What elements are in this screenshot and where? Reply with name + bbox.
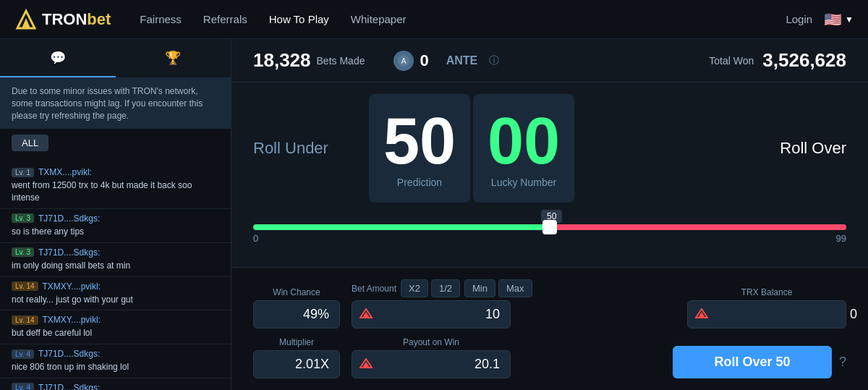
win-chance-label: Win Chance xyxy=(253,287,340,297)
bet-amount-label: Bet Amount xyxy=(352,284,396,294)
roll-btn-area: Roll Over 50 ? xyxy=(673,346,846,378)
payout-input-wrapper xyxy=(352,350,511,378)
nav-links: Fairness Referrals How To Play Whitepape… xyxy=(140,13,786,25)
svg-text:A: A xyxy=(401,57,407,65)
multiplier-input[interactable] xyxy=(253,350,340,378)
bet-input-wrapper xyxy=(352,300,511,328)
level-badge: Lv. 3 xyxy=(12,213,34,223)
total-won-label: Total Won xyxy=(709,55,754,67)
trx-balance-group: TRX Balance xyxy=(687,287,846,328)
bottom-controls: Win Chance Bet Amount X2 1/2 Min Max xyxy=(231,267,868,390)
logo-tron: TRON xyxy=(42,10,87,29)
chat-username: TXMX....pvikl: xyxy=(38,167,92,177)
language-selector[interactable]: 🇺🇸 ▼ xyxy=(824,11,854,28)
chat-text: not really... just go with your gut xyxy=(12,294,219,306)
list-item: Lv. 1 TXMX....pvikl: went from 12500 trx… xyxy=(0,163,231,209)
trx-balance-label: TRX Balance xyxy=(687,287,846,297)
chat-text: nice 806 tron up im shaking lol xyxy=(12,361,219,373)
chat-username: TJ71D....Sdkgs: xyxy=(38,349,100,359)
slider-min-label: 0 xyxy=(253,233,258,244)
chevron-down-icon: ▼ xyxy=(845,14,854,25)
level-badge: Lv. 3 xyxy=(12,247,34,257)
chat-text: went from 12500 trx to 4k but made it ba… xyxy=(12,179,219,204)
trx-balance-wrapper xyxy=(687,300,846,328)
chat-text: so is there any tips xyxy=(12,226,219,238)
chat-username: TJ71D....Sdkgs: xyxy=(38,383,100,390)
stats-bar: 18,328 Bets Made A 0 ANTE ⓘ Total Won 3,… xyxy=(231,39,868,82)
flag-icon: 🇺🇸 xyxy=(824,11,842,28)
level-badge: Lv. 1 xyxy=(12,168,34,177)
level-badge: Lv. 4 xyxy=(12,349,34,359)
min-button[interactable]: Min xyxy=(464,279,495,297)
tronbet-logo-icon xyxy=(14,8,38,31)
list-item: Lv. 14 TXMXY....pvikl: but deff be caref… xyxy=(0,310,231,344)
trx-balance-icon xyxy=(688,308,708,321)
list-item: Lv. 3 TJ71D....Sdkgs: im only doing smal… xyxy=(0,243,231,277)
lucky-number-box: 00 Lucky Number xyxy=(473,94,574,203)
login-button[interactable]: Login xyxy=(786,13,812,25)
prediction-label: Prediction xyxy=(397,177,442,188)
trx-balance-input[interactable] xyxy=(708,301,867,328)
logo-bet: bet xyxy=(87,10,111,29)
slider-thumb[interactable] xyxy=(542,220,557,234)
max-button[interactable]: Max xyxy=(498,279,532,297)
bet-trx-icon xyxy=(352,308,373,321)
prediction-box: 50 Prediction xyxy=(369,94,470,203)
roll-under-label: Roll Under xyxy=(253,139,369,158)
all-button[interactable]: ALL xyxy=(12,135,48,151)
total-won-value: 3,526,628 xyxy=(762,49,846,72)
chat-text: im only doing small bets at min xyxy=(12,260,219,272)
chat-username: TJ71D....Sdkgs: xyxy=(38,213,100,224)
list-item: Lv. 3 TJ71D....Sdkgs: so is there any ti… xyxy=(0,209,231,243)
chat-username: TXMXY....pvikl: xyxy=(43,281,101,292)
roll-display: Roll Under 50 Prediction 00 Lucky Number… xyxy=(253,94,846,203)
bet-amount-input[interactable] xyxy=(373,301,510,328)
chat-messages: Lv. 1 TXMX....pvikl: went from 12500 trx… xyxy=(0,157,231,390)
sidebar-tab-leaderboard[interactable]: 🏆 xyxy=(116,39,231,77)
slider-track[interactable] xyxy=(253,224,846,230)
sidebar-tabs: 💬 🏆 xyxy=(0,39,231,78)
right-content: 18,328 Bets Made A 0 ANTE ⓘ Total Won 3,… xyxy=(231,39,868,390)
game-area: Roll Under 50 Prediction 00 Lucky Number… xyxy=(231,82,868,267)
nav-whitepaper[interactable]: Whitepaper xyxy=(351,13,407,25)
roll-over-label[interactable]: Roll Over xyxy=(780,139,846,158)
list-item: Lv. 4 TJ71D....Sdkgs: so r there anymore… xyxy=(0,378,231,390)
notification-banner: Due to some minor issues with TRON's net… xyxy=(0,78,231,129)
bets-label: Bets Made xyxy=(317,55,365,67)
nav-referrals[interactable]: Referrals xyxy=(203,13,247,25)
half-button[interactable]: 1/2 xyxy=(431,279,460,297)
payout-group: Payout on Win xyxy=(352,337,511,378)
controls-row2: Multiplier Payout on Win Roll Over 50 xyxy=(253,337,846,378)
ante-info-icon[interactable]: ⓘ xyxy=(489,54,499,67)
list-item: Lv. 14 TXMXY....pvikl: not really... jus… xyxy=(0,277,231,311)
nav-how-to-play[interactable]: How To Play xyxy=(269,13,329,25)
roll-button[interactable]: Roll Over 50 xyxy=(673,346,832,378)
level-badge: Lv. 4 xyxy=(12,383,34,390)
x2-button[interactable]: X2 xyxy=(401,279,428,297)
header: TRONbet Fairness Referrals How To Play W… xyxy=(0,0,868,39)
chat-text: but deff be careful lol xyxy=(12,327,219,339)
help-icon[interactable]: ? xyxy=(839,355,846,370)
win-chance-input[interactable] xyxy=(253,300,340,328)
ante-coin-icon: A xyxy=(393,51,414,71)
list-item: Lv. 4 TJ71D....Sdkgs: nice 806 tron up i… xyxy=(0,344,231,378)
ante-label: ANTE xyxy=(446,54,478,67)
slider-max-label: 99 xyxy=(836,233,846,244)
logo: TRONbet xyxy=(14,8,111,31)
multiplier-label: Multiplier xyxy=(253,337,340,347)
header-right: Login 🇺🇸 ▼ xyxy=(786,11,854,28)
leaderboard-icon: 🏆 xyxy=(165,50,181,66)
notification-text: Due to some minor issues with TRON's net… xyxy=(12,86,203,121)
level-badge: Lv. 14 xyxy=(12,281,38,291)
payout-input[interactable] xyxy=(373,351,510,378)
level-badge: Lv. 14 xyxy=(12,315,38,325)
ante-area: A 0 ANTE ⓘ xyxy=(393,51,499,71)
payout-label: Payout on Win xyxy=(352,337,511,347)
multiplier-buttons: X2 1/2 xyxy=(401,279,460,297)
slider-area: 50 0 99 xyxy=(253,210,846,250)
sidebar-tab-chat[interactable]: 💬 xyxy=(0,39,116,77)
all-btn-area: ALL xyxy=(0,129,231,157)
chat-username: TXMXY....pvikl: xyxy=(43,315,101,325)
minmax-buttons: Min Max xyxy=(464,279,532,297)
nav-fairness[interactable]: Fairness xyxy=(140,13,182,25)
